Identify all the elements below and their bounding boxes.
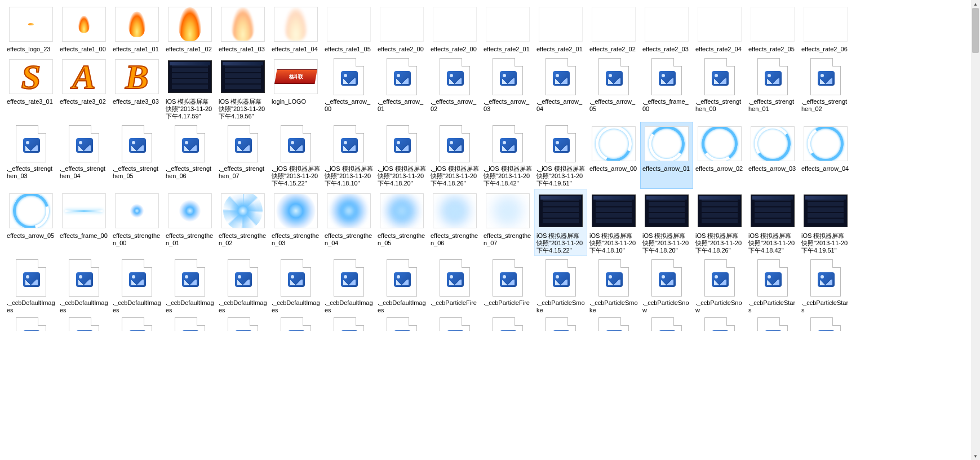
file-item[interactable]: iOS 模拟器屏幕快照"2013-11-20 下午4.18.20" [640, 189, 693, 256]
file-item[interactable]: ._effects_strengthen_05 [110, 122, 163, 189]
file-item[interactable]: ._ccbDefaultImages [57, 256, 110, 316]
file-item[interactable]: ._effects_frame_00 [640, 55, 693, 122]
file-item[interactable]: ._iOS 模拟器屏幕快照"2013-11-20 下午4.19.51" [534, 122, 587, 189]
file-item[interactable]: effects_arrow_01 [640, 122, 693, 189]
file-item[interactable]: effects_strengthen_00 [110, 189, 163, 256]
file-item[interactable]: effects_strengthen_02 [216, 189, 269, 256]
file-item[interactable]: effects_strengthen_03 [269, 189, 322, 256]
file-item[interactable]: ._iOS 模拟器屏幕快照"2013-11-20 下午4.18.42" [481, 122, 534, 189]
file-item[interactable]: ._effects_arrow_01 [375, 55, 428, 122]
file-item[interactable] [5, 316, 57, 334]
file-item[interactable]: effects_rate1_02 [163, 2, 216, 55]
file-item[interactable]: ._effects_strengthen_01 [746, 55, 799, 122]
file-item[interactable]: ._iOS 模拟器屏幕快照"2013-11-20 下午4.18.26" [428, 122, 481, 189]
file-item[interactable]: ._iOS 模拟器屏幕快照"2013-11-20 下午4.18.20" [375, 122, 428, 189]
file-item[interactable]: iOS 模拟器屏幕快照"2013-11-20 下午4.19.56" [216, 55, 269, 122]
file-item[interactable]: ._ccbDefaultImages [375, 256, 428, 316]
file-item[interactable]: ._ccbDefaultImages [163, 256, 216, 316]
file-item[interactable]: effects_arrow_03 [746, 122, 799, 189]
file-item[interactable]: ._ccbDefaultImages [269, 256, 322, 316]
file-item[interactable]: effects_rate2_00 [428, 2, 481, 55]
file-item[interactable]: ._ccbDefaultImages [110, 256, 163, 316]
file-item[interactable]: iOS 模拟器屏幕快照"2013-11-20 下午4.19.51" [799, 189, 852, 256]
file-item[interactable]: effects_frame_00 [57, 189, 110, 256]
file-item[interactable] [534, 316, 587, 334]
file-item[interactable]: ._ccbParticleFire [428, 256, 481, 316]
file-item[interactable]: effects_rate1_04 [269, 2, 322, 55]
file-item[interactable]: ._effects_strengthen_04 [57, 122, 110, 189]
file-item[interactable]: ._ccbParticleStars [799, 256, 852, 316]
file-item[interactable]: iOS 模拟器屏幕快照"2013-11-20 下午4.18.42" [746, 189, 799, 256]
scroll-up-arrow-icon[interactable]: ▲ [972, 0, 979, 8]
file-item[interactable]: ._effects_arrow_00 [322, 55, 375, 122]
file-item[interactable] [269, 316, 322, 334]
file-item[interactable]: ._effects_arrow_05 [587, 55, 640, 122]
file-item[interactable]: 格斗联login_LOGO [269, 55, 322, 122]
file-item[interactable]: ._ccbDefaultImages [322, 256, 375, 316]
file-item[interactable] [428, 316, 481, 334]
file-item[interactable]: effects_rate2_00 [375, 2, 428, 55]
file-item[interactable]: effects_rate1_03 [216, 2, 269, 55]
file-item[interactable]: ._effects_arrow_03 [481, 55, 534, 122]
file-item[interactable]: effects_rate1_01 [110, 2, 163, 55]
file-item[interactable] [746, 316, 799, 334]
file-item[interactable]: effects_strengthen_07 [481, 189, 534, 256]
file-item[interactable] [216, 316, 269, 334]
file-item[interactable]: effects_rate2_02 [587, 2, 640, 55]
file-item[interactable]: effects_rate2_05 [746, 2, 799, 55]
file-item[interactable]: ._effects_strengthen_02 [799, 55, 852, 122]
file-item[interactable] [799, 316, 852, 334]
file-item[interactable]: iOS 模拟器屏幕快照"2013-11-20 下午4.17.59" [163, 55, 216, 122]
file-item[interactable]: Beffects_rate3_03 [110, 55, 163, 122]
file-item[interactable]: effects_rate2_04 [693, 2, 746, 55]
file-item[interactable]: effects_strengthen_01 [163, 189, 216, 256]
file-item[interactable]: ._effects_strengthen_00 [693, 55, 746, 122]
scroll-thumb[interactable] [972, 8, 979, 53]
file-item[interactable]: iOS 模拟器屏幕快照"2013-11-20 下午4.18.10" [587, 189, 640, 256]
file-item[interactable]: effects_rate1_00 [57, 2, 110, 55]
file-icon-grid[interactable]: effects_logo_23effects_rate1_00effects_r… [0, 0, 971, 460]
file-item[interactable]: ._iOS 模拟器屏幕快照"2013-11-20 下午4.15.22" [269, 122, 322, 189]
file-item[interactable] [640, 316, 693, 334]
file-item[interactable]: ._effects_strengthen_07 [216, 122, 269, 189]
file-item[interactable] [693, 316, 746, 334]
file-item[interactable]: ._ccbParticleFire [481, 256, 534, 316]
file-item[interactable]: Aeffects_rate3_02 [57, 55, 110, 122]
vertical-scrollbar[interactable]: ▲ ▼ [971, 0, 980, 460]
file-item[interactable]: effects_rate2_01 [481, 2, 534, 55]
file-item[interactable] [57, 316, 110, 334]
file-item[interactable]: effects_arrow_05 [5, 189, 57, 256]
file-item[interactable]: effects_logo_23 [5, 2, 57, 55]
file-item[interactable]: ._effects_arrow_04 [534, 55, 587, 122]
file-item[interactable]: effects_strengthen_04 [322, 189, 375, 256]
file-item[interactable]: ._ccbParticleSnow [640, 256, 693, 316]
file-item[interactable]: Seffects_rate3_01 [5, 55, 57, 122]
file-item[interactable]: effects_arrow_00 [587, 122, 640, 189]
file-item[interactable]: effects_rate1_05 [322, 2, 375, 55]
file-item[interactable]: ._effects_strengthen_03 [5, 122, 57, 189]
file-item[interactable]: effects_rate2_01 [534, 2, 587, 55]
file-item[interactable] [587, 316, 640, 334]
file-item[interactable] [481, 316, 534, 334]
scroll-down-arrow-icon[interactable]: ▼ [972, 452, 979, 460]
file-item[interactable]: ._ccbParticleStars [746, 256, 799, 316]
file-item[interactable]: effects_strengthen_06 [428, 189, 481, 256]
file-item[interactable] [322, 316, 375, 334]
file-item[interactable] [163, 316, 216, 334]
file-item[interactable] [110, 316, 163, 334]
file-item[interactable]: effects_arrow_02 [693, 122, 746, 189]
file-item[interactable]: ._ccbDefaultImages [216, 256, 269, 316]
file-item[interactable]: effects_rate2_06 [799, 2, 852, 55]
file-item[interactable]: ._ccbDefaultImages [5, 256, 57, 316]
file-item[interactable]: iOS 模拟器屏幕快照"2013-11-20 下午4.15.22" [534, 189, 587, 256]
file-item[interactable]: effects_rate2_03 [640, 2, 693, 55]
file-item[interactable]: iOS 模拟器屏幕快照"2013-11-20 下午4.18.26" [693, 189, 746, 256]
file-item[interactable]: ._ccbParticleSnow [693, 256, 746, 316]
file-item[interactable]: ._iOS 模拟器屏幕快照"2013-11-20 下午4.18.10" [322, 122, 375, 189]
file-item[interactable]: ._ccbParticleSmoke [534, 256, 587, 316]
file-item[interactable]: ._effects_strengthen_06 [163, 122, 216, 189]
file-item[interactable]: effects_arrow_04 [799, 122, 852, 189]
file-item[interactable]: effects_strengthen_05 [375, 189, 428, 256]
file-item[interactable]: ._effects_arrow_02 [428, 55, 481, 122]
file-item[interactable]: ._ccbParticleSmoke [587, 256, 640, 316]
